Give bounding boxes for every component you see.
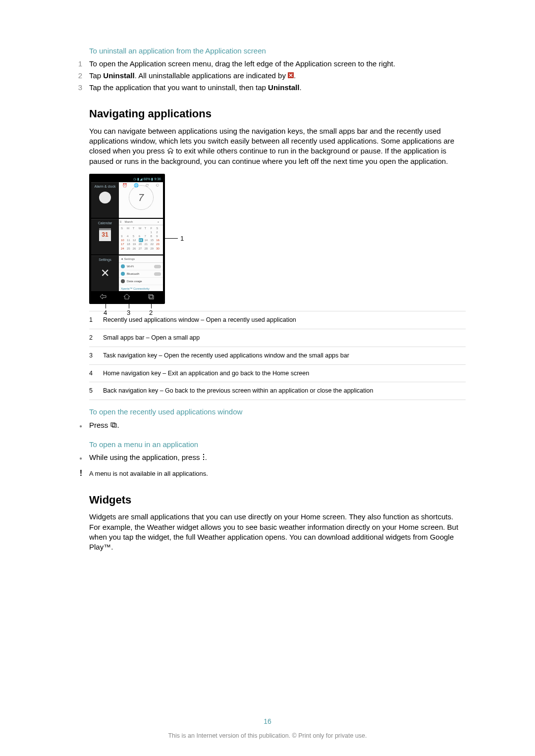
callout-line [151,301,152,308]
legend-row: 3Task navigation key – Open the recently… [89,347,466,365]
status-icons: ◷ ▮ ◢ [133,177,143,181]
task-key-icon [110,420,117,430]
note-item: ! A menu is not available in all applica… [69,468,466,479]
text-bold: Uninstall [103,71,134,80]
callout-line [129,301,129,308]
callout-number: 3 [127,308,130,317]
svg-rect-6 [112,424,116,427]
page-number: 16 [0,717,535,726]
home-icon [167,147,174,156]
settings-label: Data usage [127,279,142,283]
legend-num: 5 [89,387,103,395]
svg-point-9 [203,459,204,460]
list-number: 2 [69,71,82,81]
svg-rect-5 [111,423,115,426]
legend-text: Back navigation key – Go back to the pre… [103,387,373,395]
paragraph: Widgets are small applications that you … [89,512,466,552]
text-fragment: . [205,453,207,461]
list-number: 3 [69,83,82,93]
bullet-dot: ● [69,423,82,430]
bullet-text: While using the application, press . [89,453,466,463]
svg-point-8 [203,456,204,457]
legend-row: 2Small apps bar – Open a small app [89,329,466,347]
device-navbar [91,292,163,302]
bullet-dot: ● [69,455,82,462]
section-heading-uninstall: To uninstall an application from the App… [89,46,466,56]
settings-row: Bluetooth [119,270,163,278]
settings-label: Wi-Fi [127,264,134,268]
legend-text: Small apps bar – Open a small app [103,334,200,342]
page: To uninstall an application from the App… [0,0,535,756]
calendar-tabs: ≡March+ [119,219,163,225]
list-item: 2 Tap Uninstall. All uninstallable appli… [69,71,466,81]
tile-label: Alarm & clock [95,184,116,189]
text-fragment: . All uninstallable applications are ind… [135,71,288,80]
text-fragment: Press [89,421,110,429]
status-bar: ◷ ▮ ◢ 68% ▮ 9:36 [91,176,163,182]
device-screenshot: ◷ ▮ ◢ 68% ▮ 9:36 Alarm & clock ⏰🌐⏱⏲ 7 [89,174,178,304]
data-icon [121,279,125,283]
bullet-text: Press . [89,420,466,431]
text-fragment: While using the application, press [89,453,202,461]
tile-label-wrap: Calendar 31 [91,219,119,254]
svg-point-7 [203,454,204,455]
wifi-icon [121,264,125,268]
text-fragment: . [299,83,301,92]
legend-text: Task navigation key – Open the recently … [103,352,349,360]
settings-row: Data usage [119,278,163,285]
calendar-grid: SMTWTFS 12 3456789 10111213141516 171819… [119,225,163,252]
legend-text: Recently used applications window – Open… [103,316,296,324]
list-text: Tap the application that you want to uni… [89,83,466,93]
status-time: 9:36 [154,177,161,181]
callout-number: 1 [180,234,184,243]
legend-num: 3 [89,352,103,360]
legend-row: 4Home navigation key – Exit an applicati… [89,365,466,383]
text-bold: Uninstall [268,83,299,92]
tile-preview: ⏰🌐⏱⏲ 7 [119,182,163,218]
list-item: 3 Tap the application that you want to u… [69,83,466,93]
text-fragment: Tap [89,71,103,80]
tile-label: Settings [99,257,111,262]
section-heading-menu: To open a menu in an application [89,440,466,450]
bluetooth-icon [121,272,125,276]
settings-app-icon: ✕ [101,266,109,281]
calendar-app-icon: 31 [99,228,111,241]
svg-rect-4 [150,296,154,299]
device-frame: ◷ ▮ ◢ 68% ▮ 9:36 Alarm & clock ⏰🌐⏱⏲ 7 [89,174,165,304]
legend-num: 1 [89,316,103,324]
tile-preview: ≡March+ SMTWTFS 12 3456789 1011121314151… [119,219,163,254]
note-text: A menu is not available in all applicati… [89,469,466,478]
section-heading-recent: To open the recently used applications w… [89,407,466,417]
section-heading-navigating: Navigating applications [89,106,466,121]
settings-header: ◄ Settings [119,255,163,263]
ordered-list-uninstall: 1 To open the Application screen menu, d… [69,59,466,93]
home-key-icon [123,292,130,302]
svg-rect-3 [149,295,153,298]
bullet-item: ● Press . [69,420,466,431]
tile-preview: ◄ Settings Wi-Fi Bluetooth Data usage Xp… [119,255,163,291]
toggle [154,265,161,268]
settings-row: Xperia™ Connectivity [119,285,163,291]
legend-num: 2 [89,334,103,342]
legend-num: 4 [89,369,103,378]
callout-line [106,301,106,308]
tile-label-wrap: Settings ✕ [91,255,119,291]
toggle [154,272,161,276]
warning-icon: ! [69,468,82,479]
clock-face: 7 [129,185,154,210]
text-fragment: . [294,71,296,80]
app-tile-alarm: Alarm & clock ⏰🌐⏱⏲ 7 [91,182,163,218]
legend-table: 1Recently used applications window – Ope… [89,311,466,400]
app-tile-settings: Settings ✕ ◄ Settings Wi-Fi Bluetooth Da… [91,255,163,291]
legend-row: 1Recently used applications window – Ope… [89,311,466,329]
list-text: Tap Uninstall. All uninstallable applica… [89,71,466,81]
footer-note: This is an Internet version of this publ… [0,732,535,740]
clock-app-icon [99,192,111,203]
legend-text: Home navigation key – Exit an applicatio… [103,369,309,378]
settings-header-label: Settings [124,257,135,260]
settings-label: Xperia™ Connectivity [121,287,150,291]
app-tile-calendar: Calendar 31 ≡March+ SMTWTFS 12 3456789 1… [91,219,163,254]
settings-label: Bluetooth [127,272,139,276]
x-box-icon [288,71,294,81]
status-battery: 68% [143,177,150,181]
